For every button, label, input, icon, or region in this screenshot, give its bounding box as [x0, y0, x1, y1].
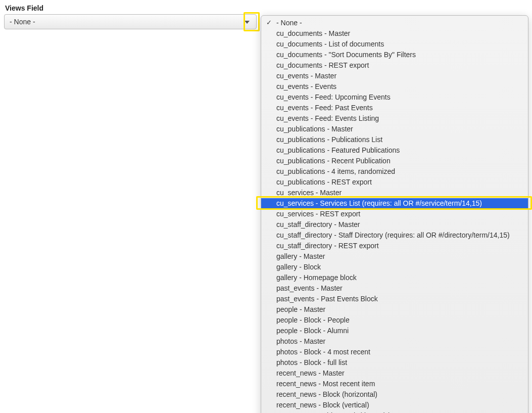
dropdown-option[interactable]: cu_publications - Master [261, 124, 528, 134]
dropdown-option[interactable]: photos - Master [261, 336, 528, 347]
dropdown-option[interactable]: cu_publications - Featured Publications [261, 145, 528, 156]
dropdown-option[interactable]: cu_documents - Master [261, 28, 528, 39]
dropdown-option[interactable]: recent_news - Master [261, 368, 528, 379]
dropdown-option[interactable]: gallery - Block [261, 262, 528, 272]
dropdown-option[interactable]: cu_publications - REST export [261, 177, 528, 188]
dropdown-option[interactable]: cu_documents - List of documents [261, 39, 528, 50]
dropdown-option[interactable]: cu_documents - REST export [261, 60, 528, 71]
dropdown-option[interactable]: people - Master [261, 304, 528, 315]
dropdown-option[interactable]: cu_services - REST export [261, 209, 528, 219]
dropdown-option[interactable]: cu_publications - 4 items, randomized [261, 166, 528, 177]
dropdown-option[interactable]: cu_events - Feed: Upcoming Events [261, 92, 528, 103]
views-field-select-wrapper: - None - [4, 14, 257, 29]
field-label: Views Field [0, 0, 532, 14]
dropdown-option[interactable]: cu_events - Feed: Events Listing [261, 113, 528, 124]
views-field-select[interactable]: - None - [4, 14, 257, 29]
dropdown-option[interactable]: - None - [261, 18, 528, 28]
dropdown-option[interactable]: past_events - Master [261, 283, 528, 294]
dropdown-option[interactable]: cu_publications - Recent Publication [261, 156, 528, 166]
dropdown-option[interactable]: cu_events - Feed: Past Events [261, 103, 528, 113]
dropdown-option[interactable]: recent_news - This month (dynamic) [261, 410, 528, 413]
dropdown-option[interactable]: photos - Block - full list [261, 357, 528, 368]
dropdown-option[interactable]: cu_documents - "Sort Documents By" Filte… [261, 50, 528, 60]
select-value: - None - [10, 18, 35, 26]
chevron-down-icon [241, 16, 253, 28]
dropdown-option[interactable]: cu_events - Master [261, 71, 528, 81]
dropdown-option[interactable]: cu_publications - Publications List [261, 134, 528, 145]
dropdown-option[interactable]: cu_events - Events [261, 81, 528, 92]
dropdown-option[interactable]: recent_news - Block (vertical) [261, 400, 528, 410]
dropdown-option[interactable]: past_events - Past Events Block [261, 294, 528, 304]
dropdown-option[interactable]: cu_services - Services List (requires: a… [261, 198, 528, 209]
dropdown-option[interactable]: gallery - Master [261, 251, 528, 262]
dropdown-option[interactable]: gallery - Homepage block [261, 272, 528, 283]
views-field-dropdown-list[interactable]: - None -cu_documents - Mastercu_document… [261, 15, 528, 413]
dropdown-option[interactable]: cu_staff_directory - REST export [261, 241, 528, 251]
dropdown-option[interactable]: recent_news - Block (horizontal) [261, 389, 528, 400]
dropdown-option[interactable]: cu_services - Master [261, 188, 528, 198]
dropdown-option[interactable]: recent_news - Most recent item [261, 379, 528, 389]
dropdown-option[interactable]: cu_staff_directory - Staff Directory (re… [261, 230, 528, 241]
dropdown-option[interactable]: people - Block - Alumni [261, 326, 528, 336]
dropdown-option[interactable]: photos - Block - 4 most recent [261, 347, 528, 357]
dropdown-option[interactable]: people - Block - People [261, 315, 528, 326]
dropdown-option[interactable]: cu_staff_directory - Master [261, 219, 528, 230]
